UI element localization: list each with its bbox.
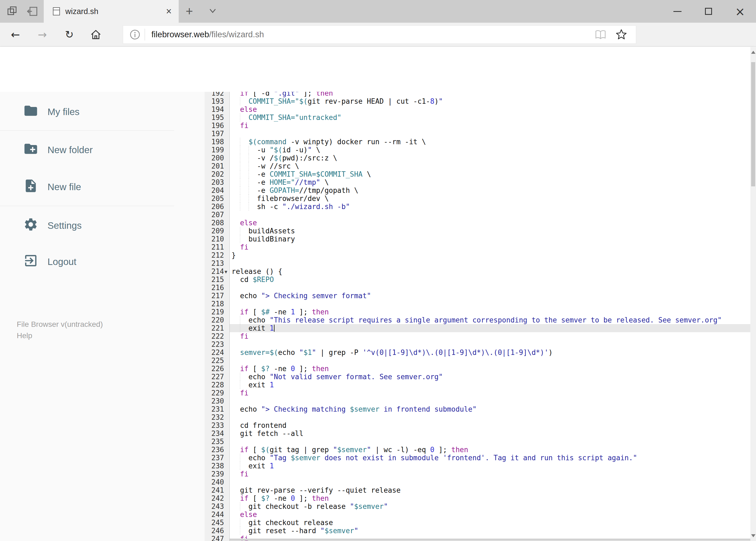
code-line[interactable]: git rev-parse --verify --quiet release — [205, 486, 750, 494]
line-number: 209 — [205, 227, 224, 235]
forward-button[interactable]: → — [33, 23, 52, 46]
code-line[interactable] — [205, 259, 750, 268]
code-line[interactable] — [205, 340, 750, 348]
code-line[interactable]: fi — [205, 122, 750, 130]
help-link[interactable]: Help — [17, 330, 103, 341]
code-line[interactable]: if [ $# -ne 1 ]; then — [205, 308, 750, 316]
code-line[interactable] — [205, 211, 750, 219]
code-line[interactable] — [205, 283, 750, 292]
restore-tabs-icon[interactable] — [26, 5, 39, 18]
fold-marker-icon[interactable]: ▾ — [225, 269, 227, 274]
code-line[interactable]: if [ $? -ne 0 ]; then — [205, 365, 750, 373]
tab-close-icon[interactable]: × — [166, 6, 172, 16]
code-line[interactable]: git checkout -b release "$semver" — [205, 502, 750, 510]
code-line[interactable]: -w //src \ — [205, 162, 750, 170]
code-line[interactable]: git fetch --all — [205, 429, 750, 437]
sidebar-item-new-folder[interactable]: New folder — [0, 136, 194, 164]
code-line[interactable]: } — [205, 251, 750, 259]
window-close-button[interactable]: × — [727, 0, 753, 23]
code-line[interactable] — [205, 413, 750, 421]
window-minimize-button[interactable] — [665, 0, 690, 23]
code-line[interactable]: exit 1 — [205, 381, 750, 389]
sidebar-item-my-files[interactable]: My files — [0, 98, 194, 125]
reading-view-icon[interactable] — [594, 28, 607, 41]
tabs-aside-icon[interactable] — [6, 5, 19, 18]
code-line[interactable]: fi — [205, 389, 750, 397]
sidebar-item-new-file[interactable]: New file — [0, 174, 194, 201]
code-line[interactable]: cd frontend — [205, 421, 750, 429]
refresh-button[interactable]: ↻ — [60, 23, 79, 46]
code-line[interactable]: echo "Tag $semver does not exist in subm… — [205, 454, 750, 462]
code-line[interactable]: else — [205, 219, 750, 227]
line-number: 236 — [205, 446, 224, 454]
sidebar-item-settings[interactable]: Settings — [0, 212, 194, 239]
code-line[interactable] — [205, 478, 750, 486]
code-line[interactable]: fi — [205, 243, 750, 251]
code-line[interactable] — [205, 356, 750, 365]
code-line[interactable]: if [ $(git tag | grep "$semver" | wc -l)… — [205, 446, 750, 454]
code-line[interactable]: fi — [205, 470, 750, 478]
code-line[interactable]: buildAssets — [205, 227, 750, 235]
line-number: 198 — [205, 138, 224, 146]
code-editor[interactable]: if [ -d ".git" ]; then COMMIT_SHA="$(git… — [205, 92, 750, 541]
code-line[interactable]: -u "$(id -u)" \ — [205, 146, 750, 154]
code-line[interactable]: -e COMMIT_SHA=$COMMIT_SHA \ — [205, 170, 750, 178]
code-line[interactable]: buildBinary — [205, 235, 750, 243]
url-text[interactable]: filebrowser.web/files/wizard.sh — [151, 30, 594, 39]
sidebar-item-label: New file — [48, 182, 81, 192]
code-line[interactable]: git checkout release — [205, 519, 750, 527]
code-line[interactable]: exit 1 — [205, 324, 750, 332]
code-line[interactable]: -e HOME="//tmp" \ — [205, 178, 750, 186]
line-number: 212 — [205, 251, 224, 259]
editor-horizontal-scrollbar[interactable] — [230, 539, 750, 541]
code-line[interactable] — [205, 437, 750, 446]
code-line[interactable]: exit 1 — [205, 462, 750, 470]
logout-icon — [9, 253, 38, 270]
line-number: 225 — [205, 356, 224, 365]
line-number: 218 — [205, 300, 224, 308]
line-number: 227 — [205, 373, 224, 381]
home-button[interactable] — [86, 23, 105, 46]
code-line[interactable]: if [ $? -ne 0 ]; then — [205, 494, 750, 502]
favorite-star-icon[interactable] — [615, 28, 628, 41]
line-number: 196 — [205, 122, 224, 130]
sidebar-divider — [0, 206, 174, 206]
code-line[interactable]: if [ -d ".git" ]; then — [205, 92, 750, 97]
window-maximize-button[interactable] — [696, 0, 721, 23]
code-line[interactable]: echo "> Checking matching $semver in fro… — [205, 405, 750, 413]
settings-icon — [9, 217, 38, 234]
code-line[interactable]: cd $REPO — [205, 275, 750, 283]
code-line[interactable]: else — [205, 105, 750, 114]
code-line[interactable]: COMMIT_SHA="untracked" — [205, 114, 750, 122]
code-line[interactable]: git reset --hard "$semver" — [205, 527, 750, 535]
code-line[interactable]: -e GOPATH=//tmp/gopath \ — [205, 186, 750, 195]
line-number: 241 — [205, 486, 224, 494]
code-line[interactable]: sh -c "./wizard.sh -b" — [205, 203, 750, 211]
code-line[interactable]: release () { — [205, 268, 750, 275]
code-line[interactable]: echo "> Checking semver format" — [205, 292, 750, 300]
page-scrollbar[interactable] — [750, 47, 756, 541]
code-line[interactable]: semver=$(echo "$1" | grep -P '^v(0|[1-9]… — [205, 348, 750, 356]
address-bar[interactable]: filebrowser.web/files/wizard.sh — [123, 25, 636, 44]
code-line[interactable] — [205, 397, 750, 405]
tab-preview-chevron-icon[interactable] — [207, 7, 218, 16]
browser-tab-active[interactable]: wizard.sh × — [44, 0, 179, 23]
code-line[interactable]: filebrowser/dev \ — [205, 195, 750, 203]
scroll-down-arrow[interactable] — [751, 534, 755, 537]
code-line[interactable]: -v /$(pwd):/src:z \ — [205, 154, 750, 162]
code-line[interactable]: else — [205, 510, 750, 519]
back-button[interactable]: ← — [6, 23, 25, 46]
code-line[interactable]: echo "This release script requires a sin… — [205, 316, 750, 324]
code-line[interactable]: COMMIT_SHA="$(git rev-parse HEAD | cut -… — [205, 97, 750, 105]
code-line[interactable]: fi — [205, 332, 750, 340]
code-line[interactable]: $(command -v winpty) docker run --rm -it… — [205, 138, 750, 146]
line-number: 239 — [205, 470, 224, 478]
code-line[interactable] — [205, 130, 750, 138]
scroll-up-arrow[interactable] — [751, 51, 755, 54]
new-tab-button[interactable]: + — [186, 4, 193, 18]
code-line[interactable] — [205, 300, 750, 308]
code-line[interactable]: echo "Not valid semver format. See semve… — [205, 373, 750, 381]
scrollbar-thumb[interactable] — [751, 62, 755, 186]
site-info-icon[interactable] — [129, 29, 141, 41]
sidebar-item-logout[interactable]: Logout — [0, 248, 194, 275]
